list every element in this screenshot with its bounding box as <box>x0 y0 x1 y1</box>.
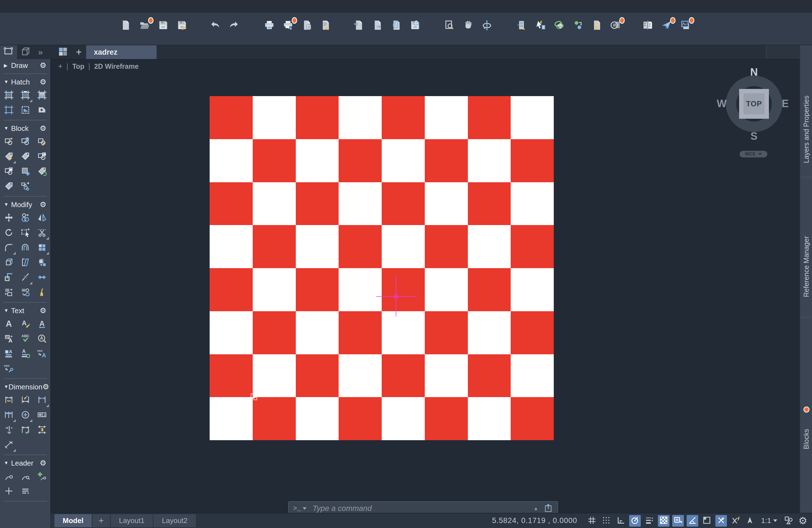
flyout-triangle-icon[interactable] <box>13 252 16 254</box>
dimension-break-button[interactable] <box>3 425 14 436</box>
hatch-edit-button[interactable] <box>20 105 31 116</box>
section-header-dimension[interactable]: ▼Dimension⚙ <box>0 381 50 393</box>
layout1-tab[interactable]: Layout1 <box>111 514 153 527</box>
section-header-block[interactable]: ▼Block⚙ <box>0 122 50 135</box>
align-text-button[interactable] <box>20 486 31 497</box>
properties-button[interactable] <box>516 19 528 32</box>
mirror-button[interactable] <box>37 212 47 224</box>
view-cube-west[interactable]: W <box>717 98 727 109</box>
set-bylayer-button[interactable] <box>20 287 31 298</box>
page-setup-button[interactable] <box>319 19 332 32</box>
text-style-button[interactable]: A <box>20 319 31 330</box>
center-mark-button[interactable] <box>20 410 31 421</box>
leader-button[interactable] <box>3 471 14 482</box>
view-cube-north[interactable]: N <box>750 66 758 78</box>
single-line-text-button[interactable]: A <box>3 319 14 330</box>
annotation-visibility-toggle[interactable] <box>701 515 713 527</box>
array-button[interactable] <box>37 243 47 253</box>
snap-mode-toggle[interactable] <box>600 515 612 527</box>
export-button[interactable] <box>371 19 384 32</box>
pan-button[interactable] <box>462 19 475 32</box>
section-header-hatch[interactable]: ▼Hatch⚙ <box>0 76 50 88</box>
rotate-button[interactable] <box>3 228 14 239</box>
selection-cycling-toggle[interactable] <box>672 515 684 527</box>
drawing-canvas[interactable]: + | Top | 2D Wireframe N S W E TOP WCS <box>50 59 800 513</box>
view-overflow-chevron[interactable]: » <box>34 45 47 59</box>
quick-select-button[interactable] <box>534 19 547 32</box>
write-block-button[interactable] <box>3 166 14 177</box>
save-to-web-button[interactable] <box>409 19 421 32</box>
offset-button[interactable] <box>20 243 31 253</box>
stretch-button[interactable] <box>20 228 31 239</box>
pdf-import-text-button[interactable]: PDFA <box>37 349 47 360</box>
orbit-button[interactable] <box>481 19 493 32</box>
insert-block-button[interactable] <box>20 136 31 147</box>
share-button[interactable] <box>660 19 673 32</box>
performance-analyzer-button[interactable] <box>679 19 692 32</box>
layout2-tab[interactable]: Layout2 <box>154 514 196 527</box>
3d-object-snap-toggle[interactable] <box>744 515 756 527</box>
save-as-button[interactable] <box>176 19 188 32</box>
count-button[interactable]: # <box>609 19 622 32</box>
flyout-triangle-icon[interactable] <box>30 282 32 284</box>
object-snap-toggle[interactable] <box>715 515 727 527</box>
import-button[interactable] <box>352 19 365 32</box>
model-tab[interactable]: Model <box>54 514 92 527</box>
copy-button[interactable] <box>20 212 31 224</box>
update-text-button[interactable]: A <box>20 349 31 360</box>
view-cube-south[interactable]: S <box>750 130 757 142</box>
section-header-modify[interactable]: ▼Modify⚙ <box>0 198 50 211</box>
viewport-menu-button[interactable]: + <box>58 62 62 71</box>
join-button[interactable] <box>37 272 47 283</box>
dynamic-input-toggle[interactable] <box>686 515 698 527</box>
edit-attribute-button[interactable] <box>3 151 14 162</box>
plot-preview-button[interactable] <box>301 19 313 32</box>
gear-icon[interactable]: ⚙ <box>40 306 46 315</box>
print-button[interactable] <box>263 19 276 32</box>
3d-view-button[interactable] <box>17 45 34 59</box>
gear-icon[interactable]: ⚙ <box>40 200 46 209</box>
add-leader-button[interactable] <box>37 471 47 482</box>
create-block-button[interactable] <box>3 136 14 147</box>
drawing-tab-xadrez[interactable]: xadrez <box>86 45 157 59</box>
geolocation-button[interactable] <box>553 19 566 32</box>
command-prompt-icon[interactable]: >_ <box>293 505 307 512</box>
save-button[interactable] <box>157 19 170 32</box>
transparency-toggle[interactable] <box>658 515 669 527</box>
tolerance-button[interactable]: .1 <box>37 410 47 421</box>
batch-plot-button[interactable] <box>282 19 294 32</box>
change-space-button[interactable] <box>3 287 14 298</box>
wcs-dropdown[interactable]: WCS <box>740 151 767 157</box>
ortho-mode-toggle[interactable] <box>615 515 626 527</box>
open-file-button[interactable] <box>138 19 151 32</box>
clean-button[interactable] <box>37 287 47 298</box>
new-block-button[interactable] <box>20 166 31 177</box>
attach-reference-button[interactable] <box>390 19 403 32</box>
pdf-text-settings-button[interactable]: PDF <box>3 363 14 375</box>
right-panel-tab-blocks[interactable]: Blocks <box>800 378 812 500</box>
object-snap-tracking-toggle[interactable] <box>730 515 741 527</box>
text-frame-button[interactable]: A <box>3 349 14 360</box>
hatch-button[interactable] <box>3 90 14 101</box>
break-button[interactable] <box>20 272 31 283</box>
command-input[interactable] <box>313 504 528 513</box>
new-drawing-tab-button[interactable]: + <box>72 45 86 59</box>
flyout-triangle-icon[interactable] <box>13 161 16 163</box>
block-table-button[interactable] <box>37 151 47 162</box>
section-header-leader[interactable]: ▼Leader⚙ <box>0 457 50 469</box>
right-panel-tab-layers-and-properties[interactable]: Layers and Properties <box>800 69 812 190</box>
design-feedback-button[interactable] <box>572 19 584 32</box>
replace-block-button[interactable] <box>20 181 31 192</box>
viewport-visual-style-control[interactable]: 2D Wireframe <box>94 62 139 70</box>
grid-toggle[interactable] <box>586 515 598 527</box>
gear-icon[interactable]: ⚙ <box>40 78 46 86</box>
command-history-expand-button[interactable]: ▲ <box>528 505 543 511</box>
section-header-draw[interactable]: ▶Draw⚙ <box>0 59 50 72</box>
undo-button[interactable] <box>209 19 221 32</box>
purge-button[interactable] <box>591 19 603 32</box>
hatch-options-button[interactable] <box>20 90 31 101</box>
viewport-view-control[interactable]: Top <box>72 62 85 70</box>
edit-leader-button[interactable] <box>20 471 31 482</box>
gradient-button[interactable] <box>37 90 47 101</box>
flyout-triangle-icon[interactable] <box>46 237 49 240</box>
